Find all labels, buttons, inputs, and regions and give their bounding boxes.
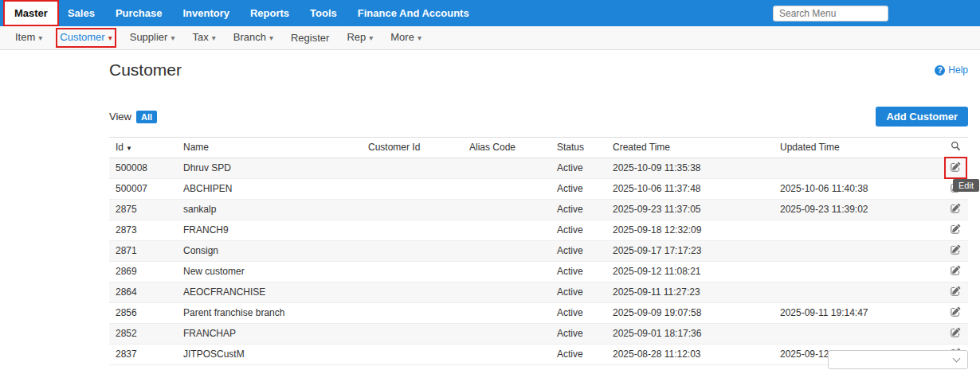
table-row: 2864AEOCFRANCHISEActive2025-09-11 11:27:… — [109, 282, 968, 303]
subnav-item-tax[interactable]: Tax▾ — [183, 25, 224, 50]
title-row: Customer ? Help — [109, 60, 968, 80]
subnav-item-more[interactable]: More▾ — [382, 25, 430, 50]
table-body: 500008Dhruv SPDActive2025-10-09 11:35:38… — [109, 158, 968, 365]
cell-created: 2025-09-18 12:32:09 — [606, 220, 774, 241]
cell-updated: 2025-10-06 11:40:38 — [774, 179, 943, 200]
cell-customer_id — [362, 158, 463, 179]
edit-button[interactable] — [943, 241, 968, 262]
cell-alias_code — [463, 241, 551, 262]
subnav-item-label: Register — [291, 32, 329, 44]
edit-icon — [951, 224, 961, 236]
cell-created: 2025-09-12 11:08:21 — [606, 262, 774, 282]
column-header-created-time[interactable]: Created Time — [606, 138, 774, 158]
cell-updated: 2025-09-11 19:14:47 — [774, 303, 943, 324]
edit-button[interactable] — [943, 282, 968, 303]
cell-created: 2025-10-06 11:37:48 — [606, 179, 774, 200]
cell-updated: 2025-09-23 11:39:02 — [774, 200, 943, 220]
cell-status: Active — [551, 179, 606, 200]
help-link[interactable]: ? Help — [935, 64, 968, 76]
subnav-item-label: Branch — [233, 31, 266, 43]
cell-updated — [774, 158, 943, 179]
column-header-search[interactable] — [943, 138, 968, 158]
table-header-row: Id▼NameCustomer IdAlias CodeStatusCreate… — [109, 138, 968, 158]
cell-name: sankalp — [177, 200, 362, 220]
subnav-item-label: Item — [15, 31, 35, 43]
search-menu-wrap — [773, 6, 888, 21]
table-row: 2869New customerActive2025-09-12 11:08:2… — [109, 262, 968, 282]
topnav-item-purchase[interactable]: Purchase — [105, 0, 173, 26]
cell-id: 2875 — [109, 200, 177, 220]
cell-created: 2025-09-01 18:17:36 — [606, 324, 774, 345]
view-filter-all[interactable]: All — [136, 111, 157, 123]
cell-alias_code — [463, 345, 551, 365]
view-label: View — [109, 111, 131, 123]
cell-updated — [774, 324, 943, 345]
cell-alias_code — [463, 282, 551, 303]
cell-alias_code — [463, 262, 551, 282]
cell-name: Dhruv SPD — [177, 158, 362, 179]
cell-customer_id — [362, 303, 463, 324]
cell-updated — [774, 241, 943, 262]
column-header-name[interactable]: Name — [177, 138, 362, 158]
cell-updated — [774, 262, 943, 282]
subnav-item-branch[interactable]: Branch▾ — [225, 25, 282, 50]
cell-name: AEOCFRANCHISE — [177, 282, 362, 303]
subnav-item-label: More — [390, 31, 414, 43]
cell-id: 2852 — [109, 324, 177, 345]
topnav-item-finance-and-accounts[interactable]: Finance And Accounts — [347, 0, 480, 26]
edit-button[interactable] — [943, 303, 968, 324]
chevron-down-icon: ▾ — [171, 33, 174, 42]
column-header-updated-time[interactable]: Updated Time — [774, 138, 943, 158]
topnav-item-sales[interactable]: Sales — [57, 0, 105, 26]
page-size-select[interactable] — [828, 350, 968, 369]
edit-icon — [951, 327, 961, 340]
subnav-item-label: Supplier — [130, 31, 168, 43]
cell-created: 2025-09-11 11:27:23 — [606, 282, 774, 303]
cell-updated — [774, 282, 943, 303]
cell-name: Consign — [177, 241, 362, 262]
cell-name: ABCHIPEN — [177, 179, 362, 200]
chevron-down-icon: ▾ — [108, 33, 112, 42]
topnav-item-inventory[interactable]: Inventory — [172, 0, 240, 26]
cell-created: 2025-09-23 11:37:05 — [606, 200, 774, 220]
cell-alias_code — [463, 324, 551, 345]
subnav-item-customer[interactable]: Customer▾ — [51, 25, 120, 50]
edit-button[interactable] — [943, 200, 968, 220]
edit-button[interactable] — [943, 220, 968, 241]
table-row: 2873FRANCH9Active2025-09-18 12:32:09 — [109, 220, 968, 241]
edit-icon — [951, 162, 961, 174]
chevron-down-icon — [953, 355, 961, 363]
edit-button[interactable] — [943, 158, 968, 179]
table-row: 2852FRANCHAPActive2025-09-01 18:17:36 — [109, 324, 968, 345]
topnav-item-reports[interactable]: Reports — [240, 0, 300, 26]
cell-created: 2025-09-09 19:07:58 — [606, 303, 774, 324]
subnav-item-rep[interactable]: Rep▾ — [338, 25, 382, 50]
cell-customer_id — [362, 179, 463, 200]
chevron-down-icon: ▾ — [212, 33, 216, 42]
cell-alias_code — [463, 158, 551, 179]
cell-customer_id — [362, 241, 463, 262]
column-header-status[interactable]: Status — [551, 138, 606, 158]
column-header-alias-code[interactable]: Alias Code — [463, 138, 551, 158]
column-header-id[interactable]: Id▼ — [109, 138, 177, 158]
edit-button[interactable] — [943, 324, 968, 345]
add-customer-button[interactable]: Add Customer — [876, 107, 968, 127]
subnav-item-item[interactable]: Item▾ — [6, 25, 51, 50]
cell-created: 2025-09-17 17:17:23 — [606, 241, 774, 262]
search-menu-input[interactable] — [773, 6, 888, 21]
cell-name: Parent franchise branch — [177, 303, 362, 324]
topnav-item-tools[interactable]: Tools — [300, 0, 347, 26]
cell-id: 2871 — [109, 241, 177, 262]
subnav-item-register[interactable]: Register — [282, 26, 338, 50]
cell-name: New customer — [177, 262, 362, 282]
topnav-item-master[interactable]: Master — [5, 2, 57, 25]
column-header-customer-id[interactable]: Customer Id — [362, 138, 463, 158]
cell-alias_code — [463, 200, 551, 220]
edit-icon — [951, 203, 961, 216]
cell-customer_id — [362, 220, 463, 241]
cell-created: 2025-08-28 11:12:03 — [606, 345, 774, 365]
subnav-item-supplier[interactable]: Supplier▾ — [121, 25, 184, 50]
subnav-item-label: Customer — [60, 31, 104, 43]
cell-created: 2025-10-09 11:35:38 — [606, 158, 774, 179]
edit-button[interactable] — [943, 262, 968, 282]
